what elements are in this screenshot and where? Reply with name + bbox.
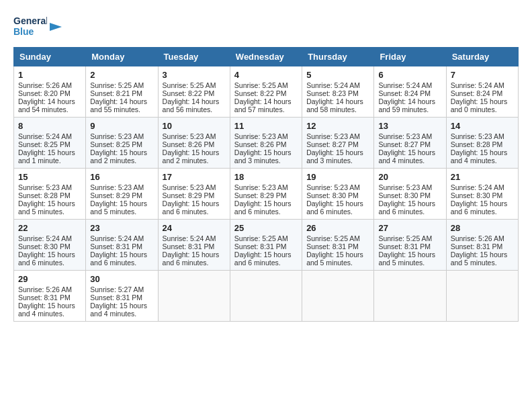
sunset-label: Sunset: 8:20 PM bbox=[18, 89, 71, 97]
sunrise-label: Sunrise: 5:25 AM bbox=[163, 81, 216, 89]
sunrise-label: Sunrise: 5:25 AM bbox=[90, 81, 144, 89]
sunrise-label: Sunrise: 5:23 AM bbox=[451, 132, 504, 140]
sunset-label: Sunset: 8:30 PM bbox=[451, 191, 503, 199]
day-number: 2 bbox=[90, 70, 153, 80]
calendar-cell bbox=[158, 271, 230, 322]
calendar-cell bbox=[302, 271, 374, 322]
sunset-label: Sunset: 8:31 PM bbox=[18, 293, 71, 302]
calendar-cell: 9Sunrise: 5:23 AMSunset: 8:25 PMDaylight… bbox=[86, 118, 158, 169]
calendar-cell: 3Sunrise: 5:25 AMSunset: 8:22 PMDaylight… bbox=[158, 66, 230, 118]
daylight-label: Daylight: 14 hours and 57 minutes. bbox=[234, 97, 292, 113]
svg-text:Blue: Blue bbox=[13, 26, 34, 37]
calendar-cell: 8Sunrise: 5:24 AMSunset: 8:25 PMDaylight… bbox=[14, 118, 86, 169]
sunrise-label: Sunrise: 5:23 AM bbox=[163, 183, 216, 191]
sunset-label: Sunset: 8:23 PM bbox=[306, 89, 359, 97]
sunrise-label: Sunrise: 5:26 AM bbox=[18, 81, 72, 89]
calendar-day-header: Saturday bbox=[446, 48, 518, 66]
calendar-cell: 26Sunrise: 5:25 AMSunset: 8:31 PMDayligh… bbox=[302, 220, 374, 271]
daylight-label: Daylight: 14 hours and 56 minutes. bbox=[163, 97, 220, 113]
sunset-label: Sunset: 8:27 PM bbox=[378, 140, 431, 148]
daylight-label: Daylight: 14 hours and 54 minutes. bbox=[18, 97, 75, 113]
sunset-label: Sunset: 8:28 PM bbox=[18, 191, 71, 199]
day-number: 18 bbox=[234, 172, 298, 182]
calendar-cell: 25Sunrise: 5:25 AMSunset: 8:31 PMDayligh… bbox=[230, 220, 302, 271]
calendar-day-header: Sunday bbox=[14, 48, 86, 66]
daylight-label: Daylight: 15 hours and 5 minutes. bbox=[451, 250, 508, 267]
daylight-label: Daylight: 15 hours and 6 minutes. bbox=[234, 199, 292, 216]
day-number: 21 bbox=[451, 172, 514, 182]
sunrise-label: Sunrise: 5:23 AM bbox=[234, 132, 288, 140]
calendar-day-header: Monday bbox=[86, 48, 158, 66]
daylight-label: Daylight: 15 hours and 4 minutes. bbox=[378, 148, 435, 165]
sunrise-label: Sunrise: 5:24 AM bbox=[18, 234, 72, 242]
sunrise-label: Sunrise: 5:25 AM bbox=[378, 234, 432, 242]
sunset-label: Sunset: 8:30 PM bbox=[378, 191, 431, 199]
calendar-header-row: SundayMondayTuesdayWednesdayThursdayFrid… bbox=[14, 48, 519, 66]
calendar-week-row: 22Sunrise: 5:24 AMSunset: 8:30 PMDayligh… bbox=[14, 220, 519, 271]
header: General Blue bbox=[13, 13, 519, 40]
daylight-label: Daylight: 15 hours and 6 minutes. bbox=[18, 250, 75, 267]
calendar-week-row: 8Sunrise: 5:24 AMSunset: 8:25 PMDaylight… bbox=[14, 118, 519, 169]
day-number: 15 bbox=[18, 172, 81, 182]
sunset-label: Sunset: 8:31 PM bbox=[90, 293, 142, 302]
daylight-label: Daylight: 15 hours and 5 minutes. bbox=[306, 250, 363, 267]
sunset-label: Sunset: 8:31 PM bbox=[234, 242, 287, 250]
day-number: 17 bbox=[163, 172, 226, 182]
daylight-label: Daylight: 15 hours and 6 minutes. bbox=[234, 250, 292, 267]
calendar-cell: 20Sunrise: 5:23 AMSunset: 8:30 PMDayligh… bbox=[374, 169, 446, 220]
daylight-label: Daylight: 15 hours and 5 minutes. bbox=[18, 199, 75, 216]
calendar-table: SundayMondayTuesdayWednesdayThursdayFrid… bbox=[13, 47, 519, 322]
sunrise-label: Sunrise: 5:26 AM bbox=[18, 285, 72, 293]
sunrise-label: Sunrise: 5:24 AM bbox=[378, 81, 432, 89]
calendar-day-header: Tuesday bbox=[158, 48, 230, 66]
daylight-label: Daylight: 15 hours and 4 minutes. bbox=[451, 148, 508, 165]
calendar-cell: 1Sunrise: 5:26 AMSunset: 8:20 PMDaylight… bbox=[14, 66, 86, 118]
calendar-week-row: 1Sunrise: 5:26 AMSunset: 8:20 PMDaylight… bbox=[14, 66, 519, 118]
calendar-cell: 21Sunrise: 5:24 AMSunset: 8:30 PMDayligh… bbox=[446, 169, 518, 220]
sunrise-label: Sunrise: 5:25 AM bbox=[234, 234, 288, 242]
calendar-cell: 14Sunrise: 5:23 AMSunset: 8:28 PMDayligh… bbox=[446, 118, 518, 169]
sunset-label: Sunset: 8:27 PM bbox=[306, 140, 359, 148]
sunset-label: Sunset: 8:31 PM bbox=[163, 242, 215, 250]
calendar-day-header: Thursday bbox=[302, 48, 374, 66]
daylight-label: Daylight: 15 hours and 3 minutes. bbox=[306, 148, 363, 165]
daylight-label: Daylight: 14 hours and 58 minutes. bbox=[306, 97, 363, 113]
sunset-label: Sunset: 8:25 PM bbox=[18, 140, 71, 148]
sunset-label: Sunset: 8:28 PM bbox=[451, 140, 503, 148]
daylight-label: Daylight: 15 hours and 6 minutes. bbox=[163, 199, 220, 216]
logo-svg: General Blue bbox=[13, 13, 47, 40]
day-number: 30 bbox=[90, 274, 153, 284]
daylight-label: Daylight: 15 hours and 4 minutes. bbox=[90, 302, 147, 318]
sunset-label: Sunset: 8:26 PM bbox=[163, 140, 215, 148]
sunset-label: Sunset: 8:26 PM bbox=[234, 140, 287, 148]
day-number: 26 bbox=[306, 223, 369, 233]
calendar-cell: 18Sunrise: 5:23 AMSunset: 8:29 PMDayligh… bbox=[230, 169, 302, 220]
calendar-cell: 29Sunrise: 5:26 AMSunset: 8:31 PMDayligh… bbox=[14, 271, 86, 322]
sunset-label: Sunset: 8:29 PM bbox=[234, 191, 287, 199]
sunset-label: Sunset: 8:25 PM bbox=[90, 140, 142, 148]
calendar-cell: 4Sunrise: 5:25 AMSunset: 8:22 PMDaylight… bbox=[230, 66, 302, 118]
calendar-cell bbox=[446, 271, 518, 322]
sunset-label: Sunset: 8:31 PM bbox=[378, 242, 431, 250]
sunrise-label: Sunrise: 5:23 AM bbox=[306, 183, 360, 191]
day-number: 19 bbox=[306, 172, 369, 182]
daylight-label: Daylight: 15 hours and 6 minutes. bbox=[451, 199, 508, 216]
day-number: 27 bbox=[378, 223, 441, 233]
day-number: 20 bbox=[378, 172, 441, 182]
sunset-label: Sunset: 8:31 PM bbox=[90, 242, 142, 250]
calendar-cell: 11Sunrise: 5:23 AMSunset: 8:26 PMDayligh… bbox=[230, 118, 302, 169]
calendar-body: 1Sunrise: 5:26 AMSunset: 8:20 PMDaylight… bbox=[14, 66, 519, 322]
day-number: 11 bbox=[234, 121, 298, 131]
sunset-label: Sunset: 8:30 PM bbox=[18, 242, 71, 250]
daylight-label: Daylight: 15 hours and 4 minutes. bbox=[18, 302, 75, 318]
sunrise-label: Sunrise: 5:24 AM bbox=[163, 234, 216, 242]
calendar-cell: 23Sunrise: 5:24 AMSunset: 8:31 PMDayligh… bbox=[86, 220, 158, 271]
sunset-label: Sunset: 8:30 PM bbox=[306, 191, 359, 199]
sunrise-label: Sunrise: 5:24 AM bbox=[18, 132, 72, 140]
calendar-day-header: Wednesday bbox=[230, 48, 302, 66]
calendar-day-header: Friday bbox=[374, 48, 446, 66]
sunrise-label: Sunrise: 5:27 AM bbox=[90, 285, 144, 293]
daylight-label: Daylight: 15 hours and 3 minutes. bbox=[234, 148, 292, 165]
sunrise-label: Sunrise: 5:26 AM bbox=[451, 234, 504, 242]
calendar-cell bbox=[230, 271, 302, 322]
